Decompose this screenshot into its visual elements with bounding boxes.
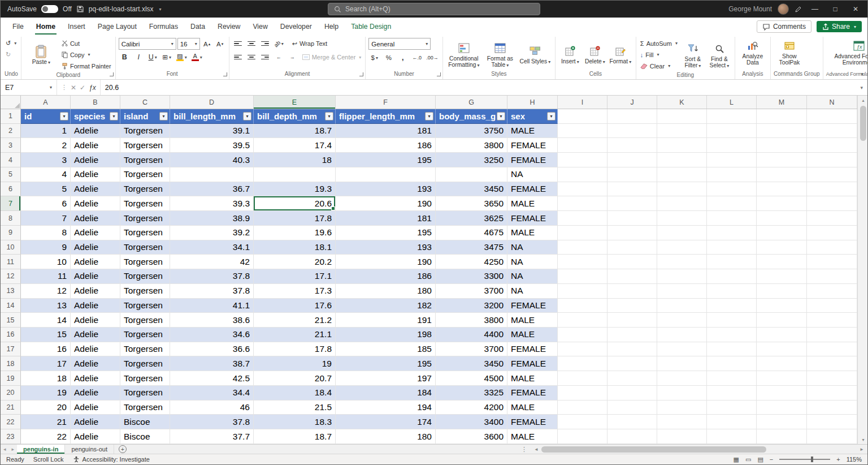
cell-B15[interactable]: Adelie [71, 313, 120, 328]
cell-G17[interactable]: 3700 [436, 342, 507, 357]
cell-I21[interactable] [558, 401, 607, 415]
filter-button[interactable]: ▾ [243, 112, 251, 120]
cell-E12[interactable]: 17.1 [254, 269, 336, 284]
cell-H20[interactable]: FEMALE [507, 386, 558, 401]
row-header-1[interactable]: 1 [1, 109, 21, 124]
cell-F11[interactable]: 190 [336, 255, 436, 269]
cell-K8[interactable] [657, 211, 707, 226]
cell-I17[interactable] [558, 342, 607, 357]
formula-bar-expand-icon[interactable]: ▾ [856, 85, 867, 91]
cell-M15[interactable] [757, 313, 807, 328]
cell-A21[interactable]: 20 [21, 401, 71, 415]
fill-color-button[interactable]: ▨▾ [175, 51, 188, 63]
cell-G3[interactable]: 3800 [436, 138, 507, 153]
minimize-button[interactable]: — [808, 5, 822, 13]
decrease-decimal-button[interactable]: .00→ [425, 52, 440, 63]
cell-M16[interactable] [757, 328, 807, 342]
row-header-6[interactable]: 6 [1, 182, 21, 197]
advanced-formula-environment-button[interactable]: ƒx Advanced Formula Environment [826, 38, 868, 66]
title-dropdown-icon[interactable]: ▾ [159, 7, 162, 12]
cell-F18[interactable]: 195 [336, 356, 436, 371]
cell-J9[interactable] [607, 226, 657, 240]
pen-icon[interactable] [795, 6, 802, 13]
align-bottom-button[interactable] [259, 38, 271, 49]
cell-M4[interactable] [757, 153, 807, 167]
sheet-tab-penguins-out[interactable]: penguins-out [65, 445, 114, 454]
cell-L5[interactable] [707, 167, 757, 182]
cell-M1[interactable] [757, 109, 807, 124]
cell-H15[interactable]: MALE [507, 313, 558, 328]
cell-L17[interactable] [707, 342, 757, 357]
cell-G6[interactable]: 3450 [436, 182, 507, 197]
increase-decimal-button[interactable]: ←.0 [411, 52, 423, 63]
cell-M18[interactable] [757, 356, 807, 371]
cell-H22[interactable]: FEMALE [507, 415, 558, 429]
delete-cells-button[interactable]: Delete▾ [583, 43, 607, 65]
cell-M2[interactable] [757, 124, 807, 139]
cell-G13[interactable]: 3700 [436, 284, 507, 299]
cell-G20[interactable]: 3325 [436, 386, 507, 401]
cell-C9[interactable]: Torgersen [120, 226, 170, 240]
cell-J21[interactable] [607, 401, 657, 415]
cell-E19[interactable]: 20.7 [254, 371, 336, 386]
cell-I22[interactable] [558, 415, 607, 429]
cell-N6[interactable] [807, 182, 857, 197]
cell-F13[interactable]: 180 [336, 284, 436, 299]
column-header-E[interactable]: E [254, 96, 336, 109]
cell-H16[interactable]: MALE [507, 328, 558, 342]
font-size-select[interactable]: 16▾ [177, 38, 200, 50]
cell-A2[interactable]: 1 [21, 124, 71, 139]
cell-I3[interactable] [558, 138, 607, 153]
font-name-select[interactable]: Calibri▾ [119, 38, 176, 50]
underline-button[interactable]: U▾ [147, 51, 159, 63]
cell-C7[interactable]: Torgersen [120, 196, 170, 211]
cell-M12[interactable] [757, 269, 807, 284]
cell-L7[interactable] [707, 196, 757, 211]
cell-C23[interactable]: Biscoe [120, 429, 170, 444]
table-header-cell-bill_depth_mm[interactable]: bill_depth_mm▾ [254, 109, 336, 124]
cell-A18[interactable]: 17 [21, 356, 71, 371]
zoom-slider[interactable] [779, 459, 830, 460]
user-name[interactable]: George Mount [728, 5, 772, 13]
cell-J17[interactable] [607, 342, 657, 357]
filter-button[interactable]: ▾ [325, 112, 333, 120]
cell-K12[interactable] [657, 269, 707, 284]
cell-I1[interactable] [558, 109, 607, 124]
cell-G18[interactable]: 3450 [436, 356, 507, 371]
cell-E6[interactable]: 19.3 [254, 182, 336, 197]
cell-G9[interactable]: 4675 [436, 226, 507, 240]
analyze-data-button[interactable]: Analyze Data [738, 38, 767, 66]
cell-K22[interactable] [657, 415, 707, 429]
cell-B20[interactable]: Adelie [71, 386, 120, 401]
cell-L8[interactable] [707, 211, 757, 226]
cell-A20[interactable]: 19 [21, 386, 71, 401]
column-header-G[interactable]: G [436, 96, 507, 109]
cell-H9[interactable]: MALE [507, 226, 558, 240]
cell-A23[interactable]: 22 [21, 429, 71, 444]
cell-D4[interactable]: 40.3 [170, 153, 254, 167]
cell-H23[interactable]: MALE [507, 429, 558, 444]
cell-E13[interactable]: 17.3 [254, 284, 336, 299]
cell-I2[interactable] [558, 124, 607, 139]
cell-J20[interactable] [607, 386, 657, 401]
cell-L19[interactable] [707, 371, 757, 386]
cell-A6[interactable]: 5 [21, 182, 71, 197]
cell-B7[interactable]: Adelie [71, 196, 120, 211]
cell-F7[interactable]: 190 [336, 196, 436, 211]
cell-E4[interactable]: 18 [254, 153, 336, 167]
cell-G16[interactable]: 4400 [436, 328, 507, 342]
cell-K16[interactable] [657, 328, 707, 342]
zoom-level[interactable]: 115% [847, 456, 862, 463]
cell-G10[interactable]: 3475 [436, 240, 507, 255]
row-header-7[interactable]: 7 [1, 196, 21, 211]
cell-H11[interactable]: NA [507, 255, 558, 269]
cell-L11[interactable] [707, 255, 757, 269]
cell-F17[interactable]: 185 [336, 342, 436, 357]
cell-K6[interactable] [657, 182, 707, 197]
cell-I19[interactable] [558, 371, 607, 386]
cell-C14[interactable]: Torgersen [120, 299, 170, 313]
cell-A12[interactable]: 11 [21, 269, 71, 284]
cell-C22[interactable]: Biscoe [120, 415, 170, 429]
cell-N8[interactable] [807, 211, 857, 226]
fill-button[interactable]: ↓Fill▾ [639, 49, 661, 60]
